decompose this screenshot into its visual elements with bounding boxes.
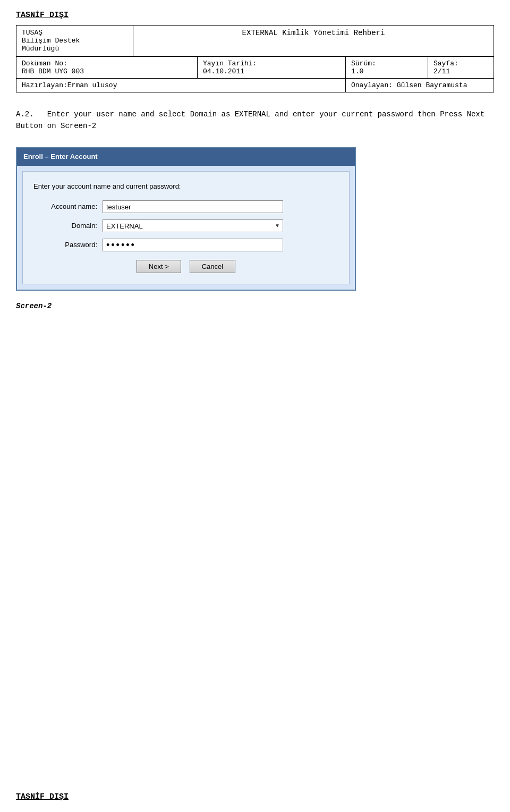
- header-table: TUSAŞ Bilişim Destek Müdürlüğü EXTERNAL …: [16, 25, 494, 56]
- doc-no-label: Doküman No:: [22, 60, 67, 67]
- account-name-row: Account name:: [33, 200, 338, 213]
- dialog-inner: Enter your account name and current pass…: [22, 171, 350, 285]
- domain-row: Domain: EXTERNAL ▼: [33, 219, 338, 232]
- approved-cell: Onaylayan: Gülsen Bayramusta: [346, 79, 494, 92]
- screen-wrapper: Enroll – Enter Account Enter your accoun…: [16, 147, 356, 291]
- domain-select[interactable]: EXTERNAL: [103, 219, 283, 232]
- org-cell: TUSAŞ Bilişim Destek Müdürlüğü: [16, 26, 133, 56]
- org-line3: Müdürlüğü: [22, 45, 59, 53]
- screen-label: Screen-2: [16, 300, 494, 312]
- dialog-intro: Enter your account name and current pass…: [33, 181, 338, 192]
- date-value: 04.10.2011: [203, 67, 244, 75]
- next-button[interactable]: Next >: [137, 260, 181, 273]
- org-line2: Bilişim Destek: [22, 37, 80, 45]
- account-name-input[interactable]: [103, 200, 283, 213]
- date-cell: Yayın Tarihi: 04.10.2011: [198, 57, 346, 79]
- section-heading: A.2. Enter your user name and select Dom…: [16, 108, 494, 132]
- dialog-buttons: Next > Cancel: [33, 260, 338, 273]
- version-cell: Sürüm: 1.0: [346, 57, 428, 79]
- dialog-box: Enroll – Enter Account Enter your accoun…: [16, 147, 356, 291]
- org-line1: TUSAŞ: [22, 29, 42, 37]
- doc-no-value: RHB BDM UYG 003: [22, 67, 84, 75]
- document-title: EXTERNAL Kimlik Yönetimi Rehberi: [133, 26, 494, 56]
- meta-table: Doküman No: RHB BDM UYG 003 Yayın Tarihi…: [16, 56, 494, 92]
- password-label: Password:: [33, 240, 103, 251]
- section-id: A.2.: [16, 110, 34, 119]
- domain-select-wrapper[interactable]: EXTERNAL ▼: [103, 219, 283, 232]
- version-value: 1.0: [351, 67, 363, 75]
- password-row: Password:: [33, 239, 338, 251]
- classification-top: TASNİF DIŞI: [16, 11, 494, 20]
- dialog-title-bar: Enroll – Enter Account: [17, 148, 355, 166]
- cancel-button[interactable]: Cancel: [190, 260, 235, 273]
- prepared-cell: Hazırlayan:Erman ulusoy: [16, 79, 346, 92]
- domain-label: Domain:: [33, 221, 103, 232]
- page-label: Sayfa:: [434, 60, 458, 67]
- password-input[interactable]: [103, 239, 283, 251]
- account-name-label: Account name:: [33, 201, 103, 213]
- page-cell: Sayfa: 2/11: [428, 57, 494, 79]
- instruction-text: Enter your user name and select Domain a…: [16, 110, 484, 130]
- body-content: A.2. Enter your user name and select Dom…: [16, 108, 494, 312]
- version-label: Sürüm:: [351, 60, 376, 67]
- page-value: 2/11: [434, 67, 450, 75]
- doc-no-cell: Doküman No: RHB BDM UYG 003: [16, 57, 198, 79]
- date-label: Yayın Tarihi:: [203, 60, 257, 67]
